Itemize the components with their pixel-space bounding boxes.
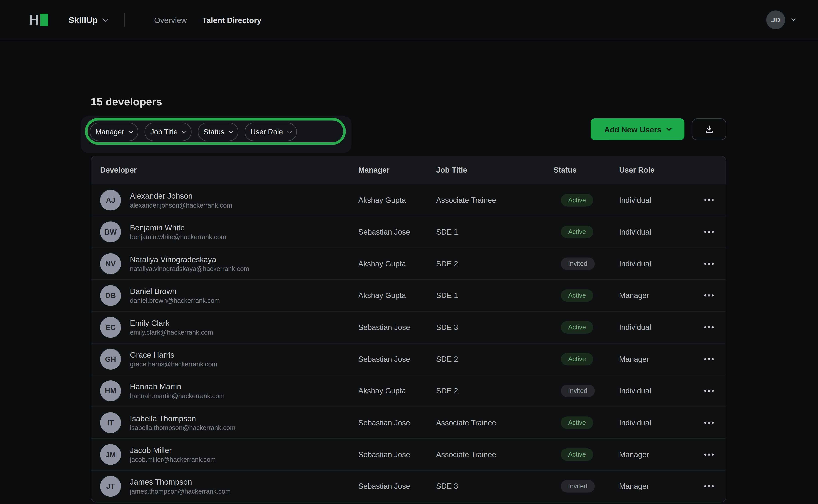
tab-talent-directory[interactable]: Talent Directory <box>201 12 263 27</box>
row-menu-button[interactable] <box>691 295 726 296</box>
job-title-cell: SDE 1 <box>436 228 553 236</box>
user-role-cell: Individual <box>619 323 691 332</box>
status-badge: Invited <box>561 480 594 493</box>
developer-name: Isabella Thompson <box>130 414 236 423</box>
manager-cell: Sebastian Jose <box>359 323 436 332</box>
manager-cell: Sebastian Jose <box>359 419 436 427</box>
dot <box>712 263 714 265</box>
developer-cell: IT Isabella Thompson isabella.thompson@h… <box>91 412 358 433</box>
download-icon <box>704 124 715 135</box>
row-menu-button[interactable] <box>691 326 726 328</box>
developer-email: isabella.thompson@hackerrank.com <box>130 424 236 432</box>
row-menu-button[interactable] <box>691 231 726 233</box>
chevron-down-icon <box>182 129 186 133</box>
product-switcher[interactable]: SkillUp <box>69 15 108 25</box>
filter-label: Job Title <box>150 128 177 136</box>
main-content: 15 developers Manager Job Title Stat <box>0 40 818 504</box>
developer-name: James Thompson <box>130 477 231 486</box>
avatar: DB <box>100 285 121 306</box>
job-title-cell: SDE 1 <box>436 291 553 300</box>
job-title-cell: Associate Trainee <box>436 419 553 427</box>
table-row: IT Isabella Thompson isabella.thompson@h… <box>91 407 726 438</box>
developer-cell: JT James Thompson james.thompson@hackerr… <box>91 476 358 497</box>
filter-dropdown[interactable]: Status <box>198 123 239 141</box>
logo-green-block <box>40 14 48 26</box>
column-header: Manager <box>359 166 436 174</box>
manager-cell: Akshay Gupta <box>359 260 436 268</box>
user-role-cell: Individual <box>619 387 691 395</box>
dot <box>712 485 714 487</box>
toolbar: Manager Job Title Status User Ro <box>81 116 726 153</box>
row-menu-button[interactable] <box>691 454 726 455</box>
job-title-cell: SDE 3 <box>436 323 553 332</box>
user-role-cell: Individual <box>619 228 691 236</box>
manager-cell: Sebastian Jose <box>359 355 436 363</box>
developer-cell: EC Emily Clark emily.clark@hackerrank.co… <box>91 317 358 338</box>
filter-dropdown[interactable]: Job Title <box>144 123 191 141</box>
row-menu-button[interactable] <box>691 263 726 265</box>
actions-cell <box>691 454 726 455</box>
filter-label: User Role <box>251 128 283 136</box>
user-menu[interactable]: JD <box>766 10 795 29</box>
actions-cell <box>691 231 726 233</box>
filter-dropdown[interactable]: User Role <box>245 123 297 141</box>
job-title-cell: Associate Trainee <box>436 450 553 459</box>
dot <box>708 326 710 328</box>
tab-overview[interactable]: Overview <box>153 12 188 27</box>
actions-cell <box>691 326 726 328</box>
job-title-cell: Associate Trainee <box>436 196 553 204</box>
status-cell: Active <box>553 416 619 429</box>
status-cell: Invited <box>553 385 619 397</box>
developer-email: emily.clark@hackerrank.com <box>130 329 213 336</box>
avatar: JM <box>100 444 121 465</box>
job-title-cell: SDE 2 <box>436 355 553 363</box>
developer-name: Benjamin White <box>130 223 226 232</box>
dot <box>704 485 706 487</box>
row-menu-button[interactable] <box>691 358 726 360</box>
logo-letter: H <box>29 13 38 27</box>
table-row: AJ Alexander Johson alexander.johson@hac… <box>91 184 726 216</box>
status-badge: Active <box>561 194 593 206</box>
developer-email: grace.harris@hackerrank.com <box>130 361 217 368</box>
status-cell: Active <box>553 448 619 461</box>
column-header: Status <box>553 166 619 174</box>
table-row: EC Emily Clark emily.clark@hackerrank.co… <box>91 311 726 343</box>
page-title: 15 developers <box>91 95 162 108</box>
column-header: Developer <box>91 166 358 174</box>
table-row: NV Nataliya Vinogradeskaya nataliya.vino… <box>91 248 726 279</box>
dot <box>712 390 714 392</box>
status-badge: Active <box>561 448 593 461</box>
manager-cell: Sebastian Jose <box>359 450 436 459</box>
dot <box>704 390 706 392</box>
user-role-cell: Manager <box>619 450 691 459</box>
developer-cell: AJ Alexander Johson alexander.johson@hac… <box>91 190 358 210</box>
add-new-users-label: Add New Users <box>604 125 662 134</box>
developer-email: daniel.brown@hackerrank.com <box>130 297 220 304</box>
actions-cell <box>691 358 726 360</box>
developer-cell: BW Benjamin White benjamin.white@hackerr… <box>91 221 358 242</box>
row-menu-button[interactable] <box>691 390 726 392</box>
user-avatar[interactable]: JD <box>766 10 785 29</box>
actions-cell <box>691 295 726 296</box>
manager-cell: Akshay Gupta <box>359 387 436 395</box>
download-button[interactable] <box>692 118 726 140</box>
dot <box>712 454 714 455</box>
actions-cell <box>691 485 726 487</box>
developer-cell: JM Jacob Miller jacob.miller@hackerrank.… <box>91 444 358 465</box>
dot <box>708 422 710 424</box>
row-menu-button[interactable] <box>691 485 726 487</box>
developer-name: Emily Clark <box>130 318 213 327</box>
row-menu-button[interactable] <box>691 422 726 424</box>
dot <box>708 454 710 455</box>
status-cell: Invited <box>553 480 619 493</box>
add-new-users-button[interactable]: Add New Users <box>590 118 685 140</box>
avatar: BW <box>100 221 121 242</box>
status-badge: Active <box>561 321 593 334</box>
filter-dropdown[interactable]: Manager <box>90 123 138 141</box>
status-badge: Invited <box>561 385 594 397</box>
row-menu-button[interactable] <box>691 199 726 201</box>
status-cell: Active <box>553 289 619 302</box>
developer-cell: NV Nataliya Vinogradeskaya nataliya.vino… <box>91 253 358 274</box>
dot <box>712 295 714 296</box>
avatar: NV <box>100 253 121 274</box>
